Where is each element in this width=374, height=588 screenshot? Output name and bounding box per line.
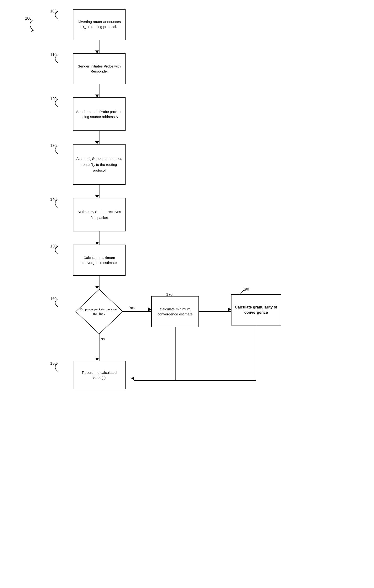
arrow-160-170	[123, 311, 151, 312]
arrowhead-170-190	[228, 307, 231, 311]
arrow-190-180v	[256, 326, 256, 380]
arrow-105-110	[99, 40, 100, 53]
curly-130	[51, 145, 61, 154]
box-140-text: At time tan Sender receives first packet	[75, 209, 123, 220]
arrow-170-190	[199, 311, 231, 312]
curly-105	[51, 10, 61, 20]
box-170: Calculate minimum convergence estimate	[151, 296, 199, 327]
curly-150	[51, 245, 61, 255]
box-105: Diverting router announces RA′ in routin…	[73, 9, 126, 40]
curly-160	[51, 298, 61, 307]
box-110: Sender Initiates Probe with Responder	[73, 53, 126, 84]
arrowhead-130-140	[95, 195, 99, 198]
arrowhead-140-150	[95, 242, 99, 245]
box-170-text: Calculate minimum convergence estimate	[153, 306, 197, 317]
curly-100	[26, 17, 35, 32]
arrow-130-140	[99, 185, 100, 198]
arrowhead-190-180	[131, 377, 134, 380]
box-120-text: Sender sends Probe packets using source …	[75, 109, 123, 119]
box-180-text: Record the calculated value(s)	[75, 370, 123, 380]
arrow-160-180-no	[99, 334, 100, 361]
no-label: No	[101, 337, 105, 341]
curly-120	[51, 98, 61, 107]
yes-label: Yes	[129, 306, 135, 310]
box-150-text: Calculate maximum convergence estimate	[75, 255, 123, 265]
arrowhead-160-180-no	[95, 358, 99, 361]
box-110-text: Sender Initiates Probe with Responder	[75, 64, 123, 74]
arrowhead-160-170	[148, 307, 151, 311]
arrow-110-120	[99, 84, 100, 97]
box-120: Sender sends Probe packets using source …	[73, 97, 126, 131]
box-130: At time t0 Sender announces route RA to …	[73, 144, 126, 185]
arrowhead-110-120	[95, 94, 99, 97]
box-180: Record the calculated value(s)	[73, 361, 126, 389]
arrow-120-130	[99, 131, 100, 144]
arrow-150-160	[99, 276, 100, 289]
diagram-container: 100 105 Diverting router announces RA′ i…	[0, 0, 374, 588]
box-130-text: At time t0 Sender announces route RA to …	[75, 156, 123, 173]
box-105-text: Diverting router announces RA′ in routin…	[75, 19, 123, 30]
curly-110	[51, 54, 61, 63]
box-190-text: Calculate granularity of convergence	[233, 305, 279, 315]
arrow-170-180v	[175, 327, 175, 380]
box-140: At time tan Sender receives first packet	[73, 198, 126, 231]
curly-180	[51, 362, 61, 372]
diamond-160-text: Do probe packets have seq numbers	[75, 289, 123, 334]
box-160: Do probe packets have seq numbers	[75, 289, 123, 334]
svg-marker-0	[31, 30, 34, 32]
arrowhead-150-160	[95, 286, 99, 289]
box-190: Calculate granularity of convergence	[231, 294, 281, 326]
svg-line-2	[239, 288, 246, 294]
arrowhead-120-130	[95, 141, 99, 144]
arrow-140-150	[99, 231, 100, 245]
curly-140	[51, 198, 61, 208]
box-150: Calculate maximum convergence estimate	[73, 245, 126, 276]
arrow-190-180h	[134, 380, 256, 381]
